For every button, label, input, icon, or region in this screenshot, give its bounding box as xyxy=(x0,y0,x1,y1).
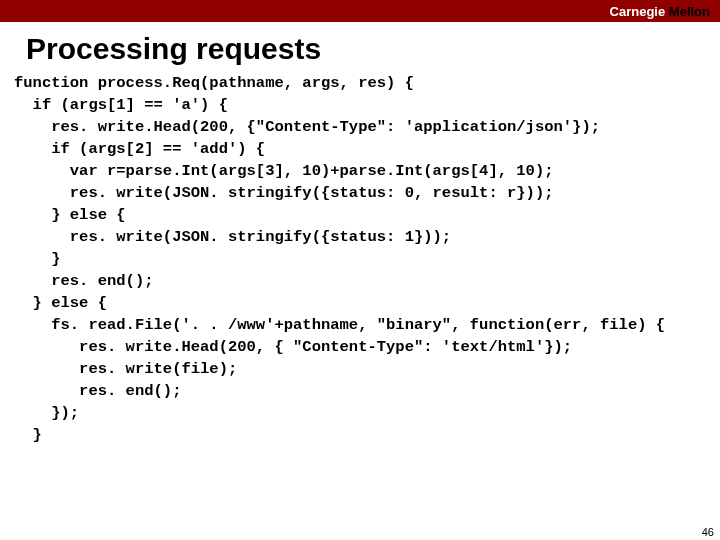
header-text-white: Carnegie xyxy=(610,4,669,19)
slide-title: Processing requests xyxy=(0,22,720,72)
code-block: function process.Req(pathname, args, res… xyxy=(0,72,720,446)
header-text: Carnegie Mellon xyxy=(610,4,710,19)
slide-number: 46 xyxy=(702,526,714,538)
header-text-black: Mellon xyxy=(669,4,710,19)
header-bar: Carnegie Mellon xyxy=(0,0,720,22)
